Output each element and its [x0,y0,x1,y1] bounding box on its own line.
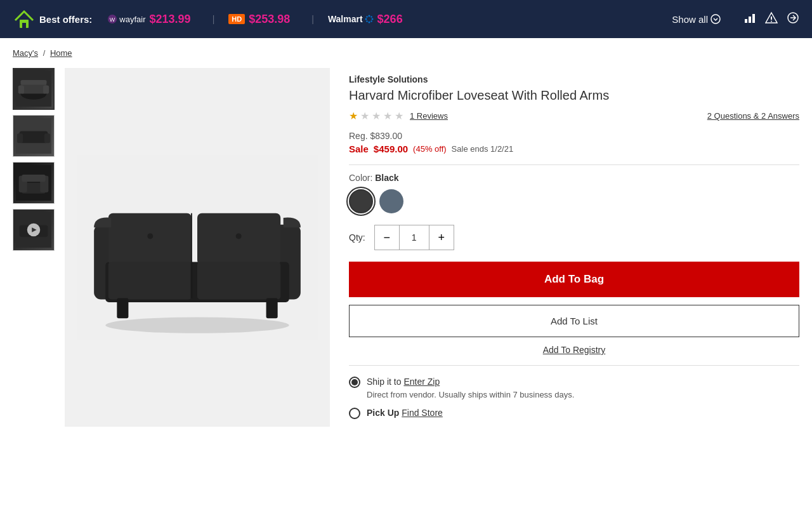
thumbnail-2[interactable] [13,115,55,157]
svg-rect-26 [43,85,49,93]
thumb-video-image [16,212,51,248]
add-to-bag-button[interactable]: Add To Bag [349,262,799,297]
thumbnail-1[interactable] [13,68,55,110]
qty-decrease-button[interactable]: − [375,225,399,250]
retailer-wayfair[interactable]: W wayfair $213.99 [107,13,190,26]
pickup-label: Pick Up [367,408,399,418]
thumbnail-3[interactable] [13,162,55,204]
find-store-link[interactable]: Find Store [402,408,443,418]
color-swatch-black[interactable] [349,189,373,213]
main-content: Lifestyle Solutions Harvard Microfiber L… [0,68,812,427]
svg-rect-55 [266,298,278,318]
product-gallery [13,68,330,427]
alert-icon [765,11,778,24]
breadcrumb-separator: / [43,48,48,58]
show-all-button[interactable]: Show all [672,14,721,25]
quantity-controls: − 1 + [374,225,454,250]
svg-rect-15 [749,17,751,23]
svg-rect-25 [18,85,24,93]
svg-point-49 [236,233,242,239]
retailer-homedepot[interactable]: HD $253.98 [228,13,290,26]
thumbnail-list [13,68,57,427]
color-swatch-gray[interactable] [379,189,403,213]
brand-name: Lifestyle Solutions [349,74,799,84]
sign-out-icon [787,11,799,24]
svg-rect-16 [752,14,755,23]
qty-increase-button[interactable]: + [429,225,454,250]
show-all-label: Show all [672,14,708,25]
color-label: Color: Black [349,173,799,183]
walmart-price: $266 [377,13,403,26]
color-value: Black [375,173,398,183]
product-title: Harvard Microfiber Loveseat With Rolled … [349,87,799,104]
reviews-link[interactable]: 1 Reviews [410,111,448,121]
color-swatches [349,189,799,213]
svg-rect-47 [197,213,280,264]
enter-zip-link[interactable]: Enter Zip [403,377,440,387]
svg-point-10 [370,20,372,22]
star-rating: ★ ★ ★ ★ ★ 1 Reviews [349,110,448,122]
star-5: ★ [395,110,403,122]
sale-ends: Sale ends 1/2/21 [452,144,514,154]
sofa-main-svg [77,152,318,343]
svg-rect-2 [22,23,26,28]
ship-it-radio[interactable] [349,377,360,388]
svg-rect-51 [197,262,280,299]
radio-filled [351,379,358,385]
color-section: Color: Black [349,173,799,213]
ship-it-label: Ship it [367,377,391,387]
thumb-sofa-image-2 [16,118,51,154]
breadcrumb-macys[interactable]: Macy's [13,48,38,58]
wayfair-logo-icon: W [107,14,117,24]
chevron-down-icon [710,14,721,24]
pickup-option: Pick Up Find Store [349,407,799,420]
bar-chart-icon[interactable] [743,11,756,27]
add-to-list-button[interactable]: Add To List [349,305,799,337]
svg-point-48 [147,233,153,239]
walmart-logo: Walmart [328,14,374,24]
svg-rect-29 [20,131,48,144]
divider-1: | [213,14,215,24]
svg-rect-46 [108,213,192,264]
breadcrumb-home[interactable]: Home [50,48,72,58]
logo[interactable]: Best offers: [13,8,97,30]
logo-icon [13,8,36,30]
divider-2: | [311,14,314,24]
regular-price: Reg. $839.00 [349,131,799,141]
add-to-registry-link[interactable]: Add To Registry [349,345,799,355]
ship-it-option: Ship it to Enter Zip Direct from vendor.… [349,376,799,399]
star-1: ★ [349,110,358,122]
exit-icon[interactable] [787,11,799,27]
ship-it-text: Ship it to Enter Zip Direct from vendor.… [367,376,574,399]
pickup-text: Pick Up Find Store [367,407,443,420]
discount-badge: (45% off) [413,144,447,154]
star-4: ★ [383,110,392,122]
retailer-walmart[interactable]: Walmart $266 [328,13,403,26]
ship-it-sub: Direct from vendor. Usually ships within… [367,390,574,399]
svg-point-12 [366,20,367,22]
svg-point-7 [365,18,367,20]
qa-link[interactable]: 2 Questions & 2 Answers [707,111,799,121]
svg-rect-36 [22,175,45,182]
homedepot-logo: HD [228,14,245,24]
svg-point-8 [371,18,373,20]
sale-row: Sale $459.00 (45% off) Sale ends 1/2/21 [349,144,799,154]
star-3: ★ [372,110,381,122]
star-2: ★ [360,110,369,122]
sale-price: $459.00 [374,144,408,154]
svg-point-11 [370,16,372,17]
svg-rect-50 [108,262,192,299]
main-product-image [65,68,330,427]
thumbnail-video[interactable] [13,209,55,251]
warning-icon[interactable] [765,11,778,27]
thumb-sofa-image-3 [16,165,51,201]
topbar-icons [743,11,799,27]
svg-rect-27 [20,80,46,84]
svg-point-6 [368,22,370,23]
qty-value: 1 [399,225,429,250]
price-divider [349,164,799,165]
svg-point-9 [366,16,367,17]
qty-label: Qty: [349,232,365,243]
pickup-radio[interactable] [349,408,360,419]
best-offers-label: Best offers: [39,14,92,25]
